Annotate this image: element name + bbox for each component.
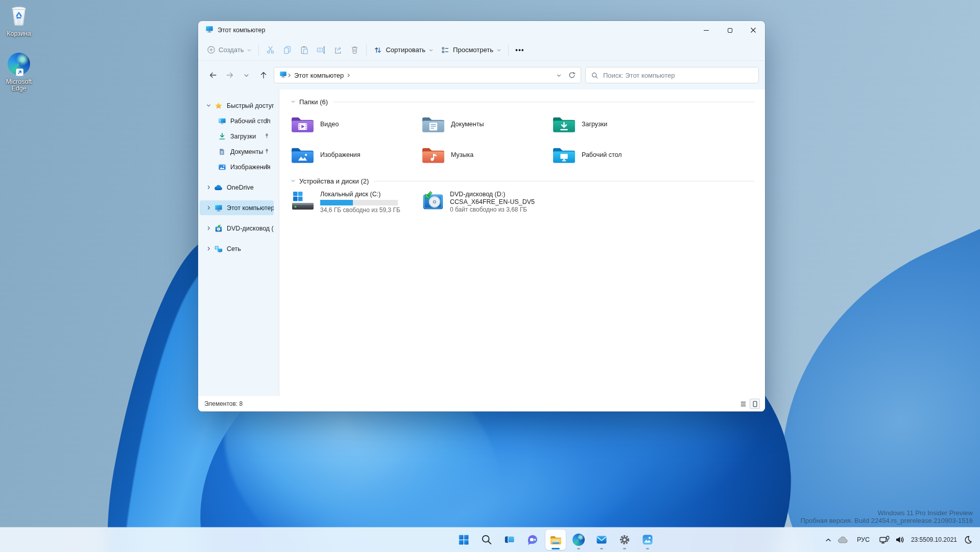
file-explorer-button[interactable]	[545, 530, 566, 550]
tile-label: Рабочий стол	[582, 151, 622, 158]
forward-button[interactable]	[221, 67, 238, 83]
chevron-up-icon	[824, 536, 832, 544]
pin-icon	[264, 164, 270, 171]
sidebar-item-dvd-drive[interactable]: DVD-дисковод (D:)	[200, 221, 274, 236]
close-icon	[750, 27, 756, 33]
this-pc-icon	[205, 25, 213, 35]
task-view-button[interactable]	[499, 530, 520, 550]
sidebar-item-label: Быстрый доступ	[227, 102, 274, 109]
sidebar-item-downloads[interactable]: Загрузки	[200, 129, 274, 144]
sidebar-item-pictures[interactable]: Изображения	[200, 159, 274, 174]
close-button[interactable]	[742, 21, 765, 39]
network-tray-button[interactable]	[876, 531, 893, 549]
folder-documents-icon	[421, 114, 445, 134]
new-button[interactable]: Создать	[203, 41, 255, 59]
chat-button[interactable]	[522, 530, 543, 550]
sidebar-item-this-pc[interactable]: Этот компьютер	[200, 200, 274, 215]
details-view-button[interactable]	[738, 399, 748, 409]
search-button[interactable]	[476, 530, 497, 550]
copy-button[interactable]	[279, 41, 296, 59]
sidebar-item-network[interactable]: Сеть	[200, 241, 274, 256]
start-button[interactable]	[453, 530, 474, 550]
search-input[interactable]: Поиск: Этот компьютер	[585, 67, 759, 83]
chevron-down-icon	[247, 48, 252, 53]
chevron-right-icon[interactable]	[205, 246, 212, 251]
sidebar-item-documents[interactable]: Документы	[200, 144, 274, 159]
documents-icon	[217, 147, 227, 156]
desktop-icon-edge[interactable]: Microsoft Edge	[0, 53, 39, 92]
mail-button[interactable]	[591, 530, 612, 550]
more-icon: •••	[515, 46, 524, 54]
refresh-button[interactable]	[565, 68, 579, 82]
rename-button[interactable]	[313, 41, 329, 59]
language-label: РУС	[853, 536, 874, 543]
section-folders[interactable]: Папки (6)	[291, 96, 756, 107]
folder-tile-pictures[interactable]: Изображения	[291, 142, 421, 168]
system-tray: РУС 23:55 09.10.2021	[822, 527, 975, 552]
onedrive-tray-button[interactable]	[835, 531, 850, 549]
chevron-right-icon[interactable]	[205, 185, 212, 190]
running-app-indicator	[623, 548, 626, 549]
cut-button[interactable]	[262, 41, 279, 59]
photos-icon	[641, 534, 654, 546]
recent-locations-button[interactable]	[238, 67, 255, 83]
chevron-down-icon	[556, 73, 562, 78]
folder-tile-desktop[interactable]: Рабочий стол	[552, 142, 683, 168]
settings-button[interactable]	[614, 530, 635, 550]
desktop-icon-recycle-bin[interactable]: Корзина	[0, 5, 39, 37]
chevron-right-icon[interactable]	[205, 225, 212, 231]
tile-label: Документы	[451, 121, 484, 128]
clock[interactable]: 23:55 09.10.2021	[907, 531, 961, 549]
delete-button[interactable]	[346, 41, 363, 59]
toolbar-divider	[508, 44, 509, 56]
maximize-button[interactable]	[718, 21, 742, 39]
capacity-bar	[320, 200, 398, 205]
language-indicator[interactable]: РУС	[850, 531, 876, 549]
large-icons-view-button[interactable]	[750, 399, 760, 409]
hidden-icons-button[interactable]	[822, 531, 835, 549]
focus-assist-button[interactable]	[961, 531, 975, 549]
cut-icon	[266, 45, 275, 55]
titlebar[interactable]: Этот компьютер	[198, 21, 765, 39]
folder-tile-video[interactable]: Видео	[291, 111, 421, 137]
up-button[interactable]	[255, 67, 272, 83]
section-rule	[333, 102, 755, 102]
recycle-bin-icon	[8, 20, 30, 29]
sidebar-item-desktop[interactable]: Рабочий стол	[200, 113, 274, 128]
share-button[interactable]	[329, 41, 346, 59]
running-app-indicator	[646, 548, 649, 549]
section-title: Устройства и диски (2)	[299, 177, 369, 185]
address-dropdown-button[interactable]	[552, 68, 565, 82]
drive-tile-local-c[interactable]: Локальный диск (C:) 34,6 ГБ свободно из …	[291, 190, 421, 221]
view-button[interactable]: Просмотреть	[437, 41, 505, 59]
paste-button[interactable]	[296, 41, 313, 59]
sidebar-item-label: Загрузки	[230, 133, 256, 140]
folder-tile-music[interactable]: Музыка	[421, 142, 552, 168]
navigation-pane: Быстрый доступ Рабочий стол Загрузки Док…	[198, 89, 279, 396]
chevron-right-icon[interactable]	[205, 205, 212, 211]
sidebar-item-onedrive[interactable]: OneDrive	[200, 180, 274, 195]
chevron-down-icon[interactable]	[205, 103, 212, 108]
photos-button[interactable]	[637, 530, 658, 550]
more-button[interactable]: •••	[512, 41, 528, 59]
section-devices[interactable]: Устройства и диски (2)	[291, 175, 756, 187]
ethernet-network-icon	[879, 535, 890, 544]
drive-tile-dvd[interactable]: DVD-дисковод (D:) CCSA_X64FRE_EN-US_DV5 …	[421, 190, 552, 221]
breadcrumb-chevron-icon	[346, 73, 351, 78]
watermark-line2: Пробная версия. Build 22454.rs_prereleas…	[800, 517, 973, 524]
items-count: Элементов: 8	[204, 400, 243, 407]
downloads-icon	[217, 132, 227, 141]
minimize-button[interactable]	[695, 21, 718, 39]
file-list-pane: Папки (6) Видео Документы Загрузки	[279, 89, 765, 396]
volume-tray-button[interactable]	[893, 531, 907, 549]
new-label: Создать	[219, 46, 244, 54]
address-bar[interactable]: Этот компьютер	[274, 67, 581, 83]
breadcrumb-root[interactable]: Этот компьютер	[292, 72, 346, 79]
folder-tile-documents[interactable]: Документы	[421, 111, 552, 137]
chat-icon	[527, 534, 539, 546]
folder-tile-downloads[interactable]: Загрузки	[552, 111, 683, 137]
sort-button[interactable]: Сортировать	[370, 41, 437, 59]
edge-button[interactable]	[568, 530, 589, 550]
sidebar-item-quick-access[interactable]: Быстрый доступ	[200, 98, 274, 113]
back-button[interactable]	[204, 67, 221, 83]
